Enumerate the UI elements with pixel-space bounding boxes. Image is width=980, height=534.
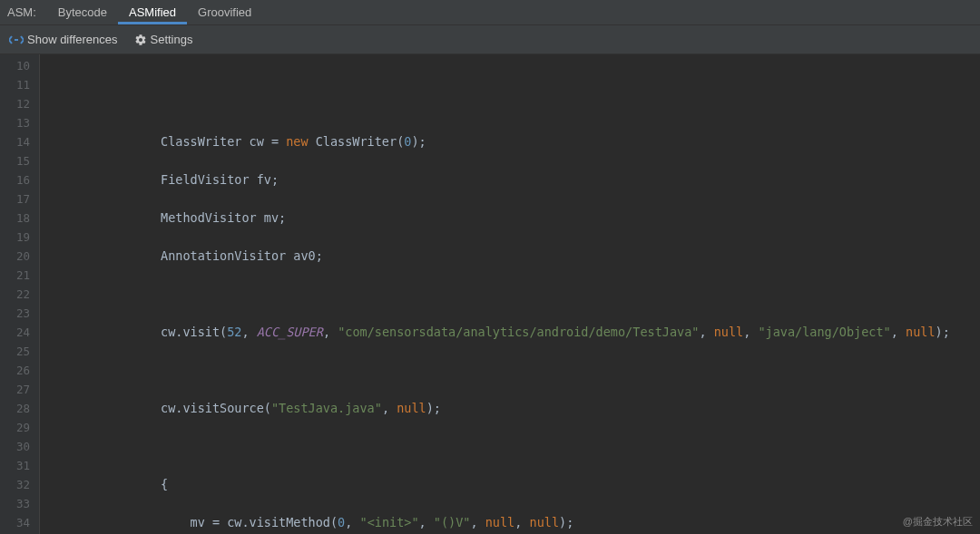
tab-groovified[interactable]: Groovified: [187, 1, 262, 24]
asm-label: ASM:: [7, 5, 36, 19]
line-number: 18: [0, 209, 30, 228]
code-line: FieldVisitor fv;: [102, 170, 980, 189]
line-number: 22: [0, 285, 30, 304]
settings-label: Settings: [151, 33, 193, 46]
code-line: {: [102, 475, 980, 494]
code-line: mv = cw.visitMethod(0, "<init>", "()V", …: [102, 513, 980, 532]
code-line: MethodVisitor mv;: [102, 209, 980, 228]
tab-bytecode[interactable]: Bytecode: [47, 1, 118, 24]
gutter-divider: [40, 54, 47, 534]
line-number: 28: [0, 399, 30, 418]
line-number: 32: [0, 475, 30, 494]
line-gutter: 1011121314151617181920212223242526272829…: [0, 54, 40, 534]
watermark: @掘金技术社区: [903, 515, 973, 529]
line-number: 15: [0, 151, 30, 170]
code-line: ClassWriter cw = new ClassWriter(0);: [102, 132, 980, 151]
line-number: 25: [0, 342, 30, 361]
line-number: 29: [0, 418, 30, 437]
line-number: 10: [0, 56, 30, 75]
code-line: [102, 285, 980, 304]
asm-toolbar: Show differences Settings: [0, 25, 980, 54]
code-line: cw.visit(52, ACC_SUPER, "com/sensorsdata…: [102, 323, 980, 342]
line-number: 11: [0, 75, 30, 94]
tab-asmified[interactable]: ASMified: [118, 1, 187, 24]
line-number: 34: [0, 513, 30, 532]
line-number: 17: [0, 189, 30, 209]
show-differences-button[interactable]: Show differences: [9, 33, 118, 46]
asm-topbar: ASM: Bytecode ASMified Groovified: [0, 0, 980, 25]
line-number: 19: [0, 228, 30, 247]
settings-button[interactable]: Settings: [134, 33, 193, 46]
code-editor[interactable]: 1011121314151617181920212223242526272829…: [0, 54, 980, 534]
line-number: 16: [0, 170, 30, 189]
show-differences-label: Show differences: [27, 33, 118, 46]
line-number: 33: [0, 494, 30, 513]
line-number: 14: [0, 132, 30, 151]
line-number: 27: [0, 380, 30, 399]
line-number: 23: [0, 304, 30, 323]
line-number: 31: [0, 456, 30, 475]
code-line: [102, 94, 980, 113]
code-line: cw.visitSource("TestJava.java", null);: [102, 399, 980, 418]
line-number: 24: [0, 323, 30, 342]
code-area[interactable]: ClassWriter cw = new ClassWriter(0); Fie…: [47, 54, 980, 534]
code-line: [102, 361, 980, 380]
diff-icon: [9, 34, 24, 45]
line-number: 26: [0, 361, 30, 380]
line-number: 12: [0, 94, 30, 113]
code-line: [102, 437, 980, 456]
code-line: AnnotationVisitor av0;: [102, 247, 980, 266]
line-number: 20: [0, 247, 30, 266]
line-number: 30: [0, 437, 30, 456]
gear-icon: [134, 34, 147, 46]
line-number: 13: [0, 113, 30, 132]
line-number: 21: [0, 266, 30, 285]
